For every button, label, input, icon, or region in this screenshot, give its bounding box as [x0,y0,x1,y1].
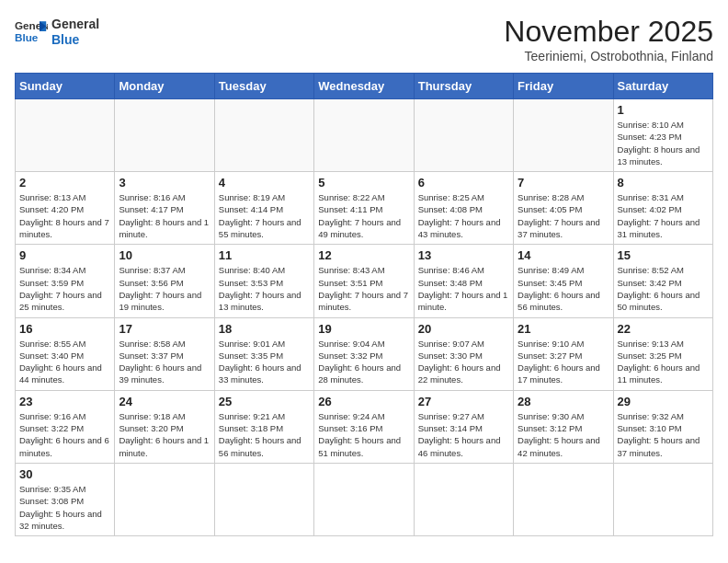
day-cell: 12Sunrise: 8:43 AM Sunset: 3:51 PM Dayli… [314,245,414,317]
day-cell [314,99,414,172]
day-cell: 8Sunrise: 8:31 AM Sunset: 4:02 PM Daylig… [613,172,712,245]
day-cell [16,99,115,172]
day-cell: 25Sunrise: 9:21 AM Sunset: 3:18 PM Dayli… [214,390,313,463]
day-number: 28 [518,395,609,408]
day-info: Sunrise: 8:46 AM Sunset: 3:48 PM Dayligh… [418,264,509,313]
logo-blue: Blue [51,32,99,48]
day-info: Sunrise: 8:55 AM Sunset: 3:40 PM Dayligh… [19,338,110,386]
day-cell: 21Sunrise: 9:10 AM Sunset: 3:27 PM Dayli… [514,317,613,390]
day-cell [115,463,214,535]
svg-text:Blue: Blue [15,31,39,43]
day-number: 7 [518,176,609,190]
week-row-1: 1Sunrise: 8:10 AM Sunset: 4:23 PM Daylig… [16,99,713,172]
day-info: Sunrise: 8:16 AM Sunset: 4:17 PM Dayligh… [119,191,210,240]
header: General Blue General Blue November 2025 … [15,15,713,63]
page-container: General Blue General Blue November 2025 … [15,15,713,536]
day-cell [214,463,313,535]
logo-icon: General Blue [15,15,48,48]
day-number: 12 [318,248,409,262]
day-number: 30 [19,467,110,481]
title-section: November 2025 Teeriniemi, Ostrobothnia, … [504,15,713,63]
day-info: Sunrise: 9:35 AM Sunset: 3:08 PM Dayligh… [19,483,110,532]
day-cell: 30Sunrise: 9:35 AM Sunset: 3:08 PM Dayli… [16,463,115,535]
day-cell: 9Sunrise: 8:34 AM Sunset: 3:59 PM Daylig… [16,245,115,317]
day-number: 14 [518,248,609,262]
weekday-header-tuesday: Tuesday [214,74,313,99]
day-info: Sunrise: 8:43 AM Sunset: 3:51 PM Dayligh… [318,264,409,313]
day-info: Sunrise: 9:16 AM Sunset: 3:22 PM Dayligh… [19,410,110,459]
day-cell: 11Sunrise: 8:40 AM Sunset: 3:53 PM Dayli… [214,245,313,317]
day-cell [115,99,214,172]
week-row-2: 2Sunrise: 8:13 AM Sunset: 4:20 PM Daylig… [16,172,713,245]
day-number: 2 [19,176,110,190]
day-number: 15 [618,248,709,262]
day-cell: 18Sunrise: 9:01 AM Sunset: 3:35 PM Dayli… [214,317,313,390]
day-info: Sunrise: 9:30 AM Sunset: 3:12 PM Dayligh… [518,410,609,459]
weekday-header-row: SundayMondayTuesdayWednesdayThursdayFrid… [16,74,713,99]
day-info: Sunrise: 9:27 AM Sunset: 3:14 PM Dayligh… [418,410,509,459]
day-info: Sunrise: 8:49 AM Sunset: 3:45 PM Dayligh… [518,264,609,313]
day-info: Sunrise: 9:32 AM Sunset: 3:10 PM Dayligh… [618,410,709,459]
day-info: Sunrise: 8:52 AM Sunset: 3:42 PM Dayligh… [618,264,709,313]
day-number: 20 [418,322,509,336]
day-number: 1 [618,103,709,117]
day-cell [214,99,313,172]
day-number: 22 [618,322,709,336]
day-info: Sunrise: 8:25 AM Sunset: 4:08 PM Dayligh… [418,191,509,240]
day-number: 24 [119,395,210,408]
day-cell: 4Sunrise: 8:19 AM Sunset: 4:14 PM Daylig… [214,172,313,245]
day-info: Sunrise: 8:40 AM Sunset: 3:53 PM Dayligh… [219,264,310,313]
weekday-header-saturday: Saturday [613,74,712,99]
week-row-3: 9Sunrise: 8:34 AM Sunset: 3:59 PM Daylig… [16,245,713,317]
day-number: 27 [418,395,509,408]
day-cell: 5Sunrise: 8:22 AM Sunset: 4:11 PM Daylig… [314,172,414,245]
day-number: 16 [19,322,110,336]
day-info: Sunrise: 8:28 AM Sunset: 4:05 PM Dayligh… [518,191,609,240]
day-number: 10 [119,248,210,262]
day-number: 19 [318,322,409,336]
day-cell [414,463,513,535]
calendar-table: SundayMondayTuesdayWednesdayThursdayFrid… [15,73,713,536]
day-number: 5 [318,176,409,190]
day-number: 18 [219,322,310,336]
day-number: 9 [19,248,110,262]
day-info: Sunrise: 9:04 AM Sunset: 3:32 PM Dayligh… [318,338,409,386]
logo: General Blue General Blue [15,15,99,48]
day-cell [514,463,613,535]
weekday-header-sunday: Sunday [16,74,115,99]
day-info: Sunrise: 8:19 AM Sunset: 4:14 PM Dayligh… [219,191,310,240]
day-info: Sunrise: 9:01 AM Sunset: 3:35 PM Dayligh… [219,338,310,386]
day-info: Sunrise: 9:18 AM Sunset: 3:20 PM Dayligh… [119,410,210,459]
day-cell: 1Sunrise: 8:10 AM Sunset: 4:23 PM Daylig… [613,99,712,172]
day-number: 3 [119,176,210,190]
day-cell: 2Sunrise: 8:13 AM Sunset: 4:20 PM Daylig… [16,172,115,245]
day-info: Sunrise: 8:22 AM Sunset: 4:11 PM Dayligh… [318,191,409,240]
day-number: 25 [219,395,310,408]
day-cell: 10Sunrise: 8:37 AM Sunset: 3:56 PM Dayli… [115,245,214,317]
day-cell: 24Sunrise: 9:18 AM Sunset: 3:20 PM Dayli… [115,390,214,463]
day-cell [314,463,414,535]
day-cell: 20Sunrise: 9:07 AM Sunset: 3:30 PM Dayli… [414,317,513,390]
day-info: Sunrise: 9:21 AM Sunset: 3:18 PM Dayligh… [219,410,310,459]
day-cell: 7Sunrise: 8:28 AM Sunset: 4:05 PM Daylig… [514,172,613,245]
day-cell: 3Sunrise: 8:16 AM Sunset: 4:17 PM Daylig… [115,172,214,245]
day-info: Sunrise: 8:10 AM Sunset: 4:23 PM Dayligh… [618,119,709,167]
week-row-6: 30Sunrise: 9:35 AM Sunset: 3:08 PM Dayli… [16,463,713,535]
day-info: Sunrise: 8:34 AM Sunset: 3:59 PM Dayligh… [19,264,110,313]
calendar-title: November 2025 [504,15,713,49]
day-number: 21 [518,322,609,336]
day-number: 6 [418,176,509,190]
day-cell [414,99,513,172]
day-number: 17 [119,322,210,336]
day-number: 23 [19,395,110,408]
day-cell [514,99,613,172]
day-info: Sunrise: 9:24 AM Sunset: 3:16 PM Dayligh… [318,410,409,459]
day-cell: 13Sunrise: 8:46 AM Sunset: 3:48 PM Dayli… [414,245,513,317]
day-cell: 15Sunrise: 8:52 AM Sunset: 3:42 PM Dayli… [613,245,712,317]
day-cell: 29Sunrise: 9:32 AM Sunset: 3:10 PM Dayli… [613,390,712,463]
day-number: 11 [219,248,310,262]
day-cell: 17Sunrise: 8:58 AM Sunset: 3:37 PM Dayli… [115,317,214,390]
day-cell: 19Sunrise: 9:04 AM Sunset: 3:32 PM Dayli… [314,317,414,390]
logo-general: General [51,17,99,32]
day-cell: 16Sunrise: 8:55 AM Sunset: 3:40 PM Dayli… [16,317,115,390]
